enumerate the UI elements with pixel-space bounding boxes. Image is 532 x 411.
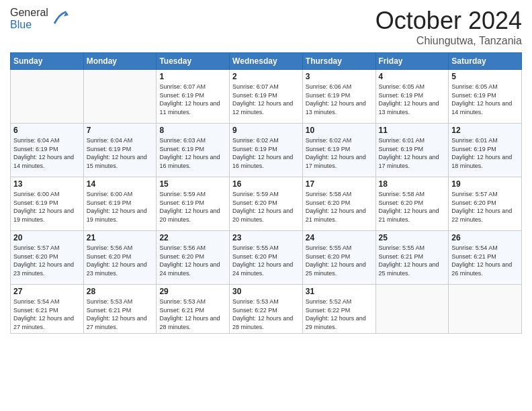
- day-header-sunday: Sunday: [11, 53, 84, 70]
- logo: General Blue: [10, 7, 69, 30]
- day-header-saturday: Saturday: [449, 53, 522, 70]
- day-header-wednesday: Wednesday: [230, 53, 303, 70]
- day-cell: 10Sunrise: 6:02 AM Sunset: 6:19 PM Dayli…: [302, 124, 375, 177]
- day-cell: 31Sunrise: 5:52 AM Sunset: 6:22 PM Dayli…: [302, 285, 375, 334]
- day-number: 3: [306, 72, 373, 81]
- day-number: 25: [379, 233, 446, 242]
- day-info: Sunrise: 5:59 AM Sunset: 6:20 PM Dayligh…: [232, 190, 300, 224]
- day-number: 29: [159, 287, 226, 296]
- day-number: 14: [87, 179, 154, 189]
- day-number: 10: [306, 126, 373, 135]
- day-cell: 24Sunrise: 5:55 AM Sunset: 6:20 PM Dayli…: [302, 231, 375, 285]
- day-info: Sunrise: 6:06 AM Sunset: 6:19 PM Dayligh…: [306, 83, 373, 116]
- day-info: Sunrise: 5:58 AM Sunset: 6:20 PM Dayligh…: [306, 190, 373, 224]
- day-cell: 20Sunrise: 5:57 AM Sunset: 6:20 PM Dayli…: [11, 231, 84, 285]
- day-info: Sunrise: 5:56 AM Sunset: 6:20 PM Dayligh…: [159, 244, 226, 277]
- day-info: Sunrise: 5:56 AM Sunset: 6:20 PM Dayligh…: [87, 244, 154, 277]
- day-info: Sunrise: 5:54 AM Sunset: 6:21 PM Dayligh…: [13, 298, 81, 331]
- day-number: 6: [13, 126, 81, 135]
- day-number: 1: [159, 72, 226, 81]
- day-cell: 11Sunrise: 6:01 AM Sunset: 6:19 PM Dayli…: [375, 124, 449, 177]
- day-info: Sunrise: 6:00 AM Sunset: 6:19 PM Dayligh…: [87, 190, 154, 224]
- week-row-2: 6Sunrise: 6:04 AM Sunset: 6:19 PM Daylig…: [11, 124, 522, 177]
- day-cell: 23Sunrise: 5:55 AM Sunset: 6:20 PM Dayli…: [230, 231, 303, 285]
- day-number: 13: [13, 179, 81, 189]
- day-info: Sunrise: 6:05 AM Sunset: 6:19 PM Dayligh…: [379, 83, 446, 116]
- day-cell: 7Sunrise: 6:04 AM Sunset: 6:19 PM Daylig…: [83, 124, 157, 177]
- day-info: Sunrise: 6:02 AM Sunset: 6:19 PM Dayligh…: [232, 136, 300, 170]
- header: General Blue October 2024 Chiungutwa, Ta…: [10, 7, 522, 47]
- day-cell: 30Sunrise: 5:53 AM Sunset: 6:22 PM Dayli…: [230, 285, 303, 334]
- day-number: 4: [379, 72, 446, 81]
- day-info: Sunrise: 6:03 AM Sunset: 6:19 PM Dayligh…: [159, 136, 226, 170]
- day-cell: 9Sunrise: 6:02 AM Sunset: 6:19 PM Daylig…: [230, 124, 303, 177]
- day-number: 12: [451, 126, 519, 135]
- day-info: Sunrise: 5:57 AM Sunset: 6:20 PM Dayligh…: [13, 244, 81, 277]
- day-cell: 29Sunrise: 5:53 AM Sunset: 6:21 PM Dayli…: [157, 285, 230, 334]
- day-info: Sunrise: 5:53 AM Sunset: 6:21 PM Dayligh…: [87, 298, 154, 331]
- day-cell: [11, 70, 84, 124]
- day-cell: 28Sunrise: 5:53 AM Sunset: 6:21 PM Dayli…: [83, 285, 157, 334]
- day-info: Sunrise: 5:55 AM Sunset: 6:21 PM Dayligh…: [379, 244, 446, 277]
- day-cell: 25Sunrise: 5:55 AM Sunset: 6:21 PM Dayli…: [375, 231, 449, 285]
- day-info: Sunrise: 5:57 AM Sunset: 6:20 PM Dayligh…: [451, 190, 519, 224]
- day-cell: 17Sunrise: 5:58 AM Sunset: 6:20 PM Dayli…: [302, 177, 375, 231]
- day-info: Sunrise: 6:05 AM Sunset: 6:19 PM Dayligh…: [451, 83, 519, 116]
- day-info: Sunrise: 6:04 AM Sunset: 6:19 PM Dayligh…: [13, 136, 81, 170]
- day-number: 24: [306, 233, 373, 242]
- day-info: Sunrise: 6:07 AM Sunset: 6:19 PM Dayligh…: [232, 83, 300, 116]
- day-cell: 14Sunrise: 6:00 AM Sunset: 6:19 PM Dayli…: [83, 177, 157, 231]
- day-info: Sunrise: 5:55 AM Sunset: 6:20 PM Dayligh…: [306, 244, 373, 277]
- day-number: 22: [159, 233, 226, 242]
- day-cell: 27Sunrise: 5:54 AM Sunset: 6:21 PM Dayli…: [11, 285, 84, 334]
- day-cell: 2Sunrise: 6:07 AM Sunset: 6:19 PM Daylig…: [230, 70, 303, 124]
- title-block: October 2024 Chiungutwa, Tanzania: [375, 7, 522, 47]
- day-info: Sunrise: 5:59 AM Sunset: 6:19 PM Dayligh…: [159, 190, 226, 224]
- logo-blue-text: Blue: [10, 19, 48, 31]
- day-number: 27: [13, 287, 81, 296]
- day-cell: 8Sunrise: 6:03 AM Sunset: 6:19 PM Daylig…: [157, 124, 230, 177]
- week-row-4: 20Sunrise: 5:57 AM Sunset: 6:20 PM Dayli…: [11, 231, 522, 285]
- day-header-friday: Friday: [375, 53, 449, 70]
- day-number: 17: [306, 179, 373, 189]
- day-cell: 19Sunrise: 5:57 AM Sunset: 6:20 PM Dayli…: [449, 177, 522, 231]
- day-number: 15: [159, 179, 226, 189]
- day-info: Sunrise: 5:55 AM Sunset: 6:20 PM Dayligh…: [232, 244, 300, 277]
- day-number: 7: [87, 126, 154, 135]
- day-info: Sunrise: 5:53 AM Sunset: 6:22 PM Dayligh…: [232, 298, 300, 331]
- day-number: 21: [87, 233, 154, 242]
- calendar-header: SundayMondayTuesdayWednesdayThursdayFrid…: [11, 53, 522, 70]
- day-cell: 22Sunrise: 5:56 AM Sunset: 6:20 PM Dayli…: [157, 231, 230, 285]
- day-header-tuesday: Tuesday: [157, 53, 230, 70]
- day-info: Sunrise: 6:04 AM Sunset: 6:19 PM Dayligh…: [87, 136, 154, 170]
- day-cell: [83, 70, 157, 124]
- day-info: Sunrise: 6:01 AM Sunset: 6:19 PM Dayligh…: [379, 136, 446, 170]
- day-info: Sunrise: 6:02 AM Sunset: 6:19 PM Dayligh…: [306, 136, 373, 170]
- day-cell: 3Sunrise: 6:06 AM Sunset: 6:19 PM Daylig…: [302, 70, 375, 124]
- day-cell: 15Sunrise: 5:59 AM Sunset: 6:19 PM Dayli…: [157, 177, 230, 231]
- day-number: 23: [232, 233, 300, 242]
- day-number: 9: [232, 126, 300, 135]
- day-number: 30: [232, 287, 300, 296]
- day-cell: 6Sunrise: 6:04 AM Sunset: 6:19 PM Daylig…: [11, 124, 84, 177]
- logo-icon: [50, 9, 69, 28]
- day-number: 16: [232, 179, 300, 189]
- calendar-title: October 2024: [375, 7, 522, 35]
- day-number: 18: [379, 179, 446, 189]
- day-number: 11: [379, 126, 446, 135]
- day-info: Sunrise: 5:54 AM Sunset: 6:21 PM Dayligh…: [451, 244, 519, 277]
- day-cell: 18Sunrise: 5:58 AM Sunset: 6:20 PM Dayli…: [375, 177, 449, 231]
- day-header-monday: Monday: [83, 53, 157, 70]
- week-row-1: 1Sunrise: 6:07 AM Sunset: 6:19 PM Daylig…: [11, 70, 522, 124]
- calendar-subtitle: Chiungutwa, Tanzania: [375, 35, 522, 47]
- day-cell: 26Sunrise: 5:54 AM Sunset: 6:21 PM Dayli…: [449, 231, 522, 285]
- day-cell: 13Sunrise: 6:00 AM Sunset: 6:19 PM Dayli…: [11, 177, 84, 231]
- day-info: Sunrise: 6:07 AM Sunset: 6:19 PM Dayligh…: [159, 83, 226, 116]
- day-number: 19: [451, 179, 519, 189]
- day-cell: 21Sunrise: 5:56 AM Sunset: 6:20 PM Dayli…: [83, 231, 157, 285]
- day-number: 26: [451, 233, 519, 242]
- day-cell: 16Sunrise: 5:59 AM Sunset: 6:20 PM Dayli…: [230, 177, 303, 231]
- day-header-thursday: Thursday: [302, 53, 375, 70]
- day-cell: 1Sunrise: 6:07 AM Sunset: 6:19 PM Daylig…: [157, 70, 230, 124]
- logo-general-text: General: [10, 7, 48, 19]
